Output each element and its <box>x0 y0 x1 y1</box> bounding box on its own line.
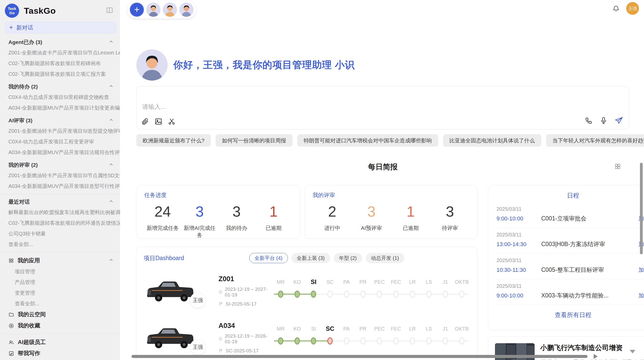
schedule-item: 2025/03/1110:30-11:30C005-整车工程目标评审加入 <box>496 253 644 279</box>
sidebar-section-header[interactable]: AI评审 (3) <box>0 115 120 126</box>
section-header-label: 我的评审 (2) <box>8 161 38 169</box>
suggestion-chip[interactable]: 如何写一份清晰的项目周报 <box>216 134 292 147</box>
milestone: PEC <box>371 325 388 344</box>
scissors-icon[interactable] <box>168 117 176 126</box>
milestone-label: LR <box>409 278 416 286</box>
sidebar-item[interactable]: A034-全新新能源MUV产品开发项目造型可行性评审 <box>0 181 120 191</box>
sidebar-item[interactable]: Z001-全新燃油轻卡产品开发项目SI造型提交物评审 <box>0 126 120 136</box>
app-window: Task Go TaskGo + 新对话 Agent已办 (3)Z001-全新燃… <box>0 0 644 360</box>
sidebar-section-header[interactable]: 我的待办 (2) <box>0 82 120 92</box>
agent-avatar-2[interactable] <box>163 3 177 17</box>
sidebar-item[interactable]: A034-全新新能源MUV产品开发项目计划变更表编写 <box>0 102 120 113</box>
schedule-event-title: C005-整车工程目标评审 <box>541 266 638 274</box>
sidebar-item[interactable]: C02-飞腾新能源轻客改款项目立项汇报方案 <box>0 69 120 79</box>
truck-image <box>144 276 197 306</box>
attachment-icon[interactable] <box>141 117 149 126</box>
scroll-right-arrow[interactable] <box>594 354 598 359</box>
new-chat-button[interactable]: + 新对话 <box>5 22 116 33</box>
suggestion-chip[interactable]: 欧洲新规最近颁布了什么? <box>136 134 211 147</box>
milestone: PR <box>355 325 371 344</box>
join-meeting-link[interactable]: 加入 <box>638 266 644 274</box>
schedule-item: 2025/03/1113:00-14:30C003|H0B-方案冻结评审加入 <box>496 228 644 253</box>
agent-avatar-3[interactable] <box>179 3 194 17</box>
milestone: J1 <box>437 278 454 298</box>
vertical-scrollbar[interactable] <box>640 163 643 254</box>
app-subitem[interactable]: 变更管理 <box>0 288 120 298</box>
dashboard-tab[interactable]: 动总开发 (1) <box>366 253 404 263</box>
sidebar-section-header[interactable]: Agent已办 (3) <box>0 37 120 47</box>
sidebar-item-star[interactable]: 我的收藏 <box>0 320 120 331</box>
milestone-label: PR <box>359 325 367 333</box>
milestone: SI <box>305 325 322 344</box>
sidebar-tool-item[interactable]: AI超级员工 <box>0 337 120 348</box>
recent-chat-item[interactable]: C02-飞腾新能源轻客改款项目的闭环通告反馈情况 <box>0 218 120 228</box>
sidebar-item[interactable]: Z001-全新燃油轻卡产品开发项目SI节点属性5D文件评审 <box>0 170 120 181</box>
project-info: A0342023-12-19 ~ 2026-01-19SC-2025-05-17 <box>206 322 271 354</box>
app-subitem[interactable]: 产品管理 <box>0 277 120 288</box>
project-row[interactable]: 王强A0342023-12-19 ~ 2026-01-19SC-2025-05-… <box>144 319 470 357</box>
project-rows: 王强Z0012023-12-19 ~ 2027-01-19SI-2025-05-… <box>144 272 470 360</box>
notification-bell-icon[interactable] <box>612 5 620 12</box>
sidebar-item-folder[interactable]: 我的云空间 <box>0 309 120 320</box>
send-icon[interactable] <box>614 116 623 125</box>
sidebar-item[interactable]: C02-飞腾新能源轻客改款项目里程碑画布 <box>0 58 120 69</box>
milestone-node <box>393 291 399 298</box>
app-subitem[interactable]: 项目管理 <box>0 266 120 277</box>
milestone-label: OKTB <box>455 278 469 286</box>
stat-value: 2 <box>313 201 352 222</box>
add-agent-button[interactable]: + <box>130 3 144 17</box>
clock-icon <box>218 336 223 341</box>
chat-input-placeholder: 请输入... <box>142 103 166 111</box>
image-icon[interactable] <box>154 117 163 126</box>
dashboard-tabs: 全新平台 (4)全新上装 (3)年型 (2)动总开发 (1) <box>249 253 404 263</box>
project-row[interactable]: 王强Z0012023-12-19 ~ 2027-01-19SI-2025-05-… <box>144 272 470 310</box>
stat-label: 新增AI完成任务 <box>181 224 218 239</box>
sidebar-tool-item[interactable]: 帮我写作 <box>0 348 120 359</box>
app-subitem[interactable]: 查看全部... <box>0 298 120 309</box>
sidebar-item[interactable]: A034-全新新能源MUV产品开发项目法规符合性评审 <box>0 147 120 158</box>
recent-chat-item[interactable]: 解释最新出台的欧盟报废车法规再生塑料比例被调至15%... <box>0 207 120 218</box>
project-image: 王强 <box>144 276 206 306</box>
recent-chat-item[interactable]: 公司Q3轻卡销量 <box>0 228 120 239</box>
section-header-label: AI评审 (3) <box>8 117 33 124</box>
microphone-icon[interactable] <box>599 116 608 125</box>
stat-value: 3 <box>352 201 391 222</box>
suggestion-chip[interactable]: 比亚迪全固态电池计划具体说了什么 <box>443 134 541 147</box>
agent-pill-group: + <box>127 1 196 19</box>
collapse-sidebar-icon[interactable] <box>106 7 113 14</box>
scroll-down-arrow[interactable] <box>630 350 635 353</box>
phone-call-icon[interactable] <box>585 116 593 125</box>
dashboard-tab[interactable]: 全新上装 (3) <box>291 253 330 263</box>
dashboard-tab[interactable]: 年型 (2) <box>334 253 362 263</box>
right-column: 日程 2025/03/119:00-10:00C001-立项审批会加入2025/… <box>488 185 644 360</box>
milestone: FEC <box>388 325 404 344</box>
view-all-schedule-link[interactable]: 查看所有日程 <box>496 311 644 319</box>
stat-card-title: 我的评审 <box>313 191 470 199</box>
milestone-track: MRKOSISCPAPRPECFECLRLSJ1OKTB <box>272 278 470 304</box>
recent-chat-item[interactable]: 查看全部... <box>0 239 120 250</box>
sidebar-item[interactable]: Z001-全新燃油皮卡产品开发项目SI节点Lesson Learn报告 <box>0 47 120 58</box>
assistant-avatar <box>136 49 168 81</box>
plus-icon: + <box>9 23 13 31</box>
suggestion-chip[interactable]: 特朗普可能对进口汽车增税会对中国车企造成哪些影响 <box>297 134 438 147</box>
join-meeting-link[interactable]: 加入 <box>638 292 644 299</box>
horizontal-scrollbar[interactable] <box>131 355 588 358</box>
schedule-item-main: 9:00-10:00X003-车辆动力学性能验...加入 <box>496 292 644 299</box>
suggestion-chip[interactable]: 当下年轻人对汽车外观有怎样的喜好趋势 <box>546 134 644 147</box>
sidebar-item[interactable]: C0X4-动力总成开发项目SI里程碑提交物检查 <box>0 92 120 102</box>
agent-avatar-1[interactable] <box>146 3 160 17</box>
user-avatar[interactable]: 王强 <box>626 2 639 15</box>
sidebar-item[interactable]: C0X4-动力总成开发项目工程变更评审 <box>0 136 120 147</box>
chat-input-box[interactable]: 请输入... <box>136 86 629 129</box>
dashboard-tab[interactable]: 全新平台 (4) <box>249 253 288 263</box>
sidebar-link-label: 我的云空间 <box>18 311 46 318</box>
milestone-node <box>393 337 399 344</box>
layout-grid-icon[interactable] <box>614 163 621 170</box>
project-owner-badge: 王强 <box>190 339 206 355</box>
sidebar-section-header[interactable]: 最近对话 <box>0 197 120 207</box>
sidebar-section-header[interactable]: 我的评审 (2) <box>0 160 120 170</box>
sidebar-tool-item[interactable]: 创意制图 <box>0 359 120 360</box>
sidebar-item-my-apps[interactable]: 我的应用 <box>0 255 120 266</box>
my-apps-label: 我的应用 <box>18 257 40 264</box>
stat-value: 1 <box>255 201 292 222</box>
